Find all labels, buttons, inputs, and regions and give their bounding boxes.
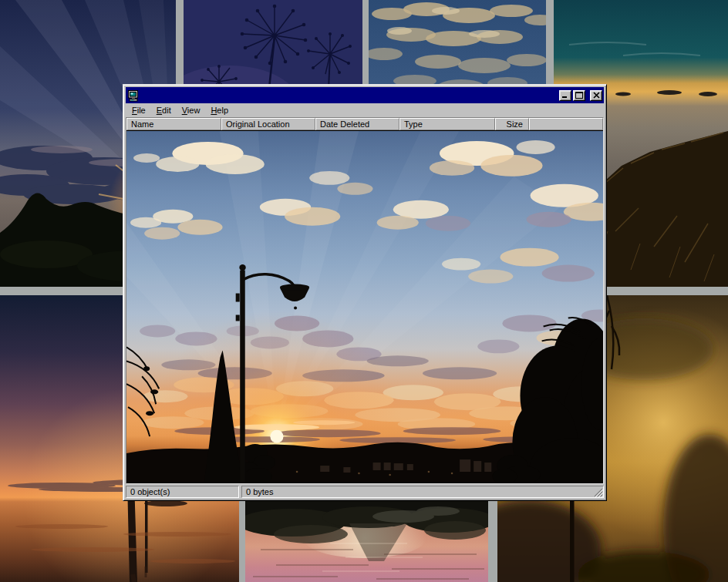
column-header-name[interactable]: Name — [126, 118, 221, 130]
sunset-streetlamp-photo — [126, 130, 603, 483]
maximize-icon — [575, 92, 583, 99]
close-icon — [593, 92, 600, 99]
maximize-button[interactable] — [573, 90, 585, 101]
menu-edit[interactable]: Edit — [151, 104, 177, 117]
column-header-type[interactable]: Type — [399, 118, 495, 130]
menu-help[interactable]: Help — [205, 104, 234, 117]
resize-grip-icon[interactable] — [594, 488, 603, 497]
computer-icon[interactable] — [127, 89, 140, 102]
column-header-original-location[interactable]: Original Location — [221, 118, 315, 130]
close-button[interactable] — [590, 90, 602, 101]
menu-view[interactable]: View — [177, 104, 206, 117]
statusbar: 0 object(s) 0 bytes — [126, 486, 604, 498]
desktop: File Edit View Help Name Original Locati… — [0, 0, 728, 582]
column-header-blank[interactable] — [529, 118, 603, 130]
minimize-icon — [561, 92, 569, 99]
menu-file[interactable]: File — [126, 104, 151, 117]
column-header-date-deleted[interactable]: Date Deleted — [315, 118, 399, 130]
file-list-view[interactable]: Name Original Location Date Deleted Type… — [126, 117, 604, 484]
column-header-size[interactable]: Size — [495, 118, 529, 130]
column-header-row: Name Original Location Date Deleted Type… — [126, 118, 603, 130]
status-object-count: 0 object(s) — [126, 486, 239, 498]
titlebar[interactable] — [126, 87, 604, 103]
menubar: File Edit View Help — [126, 103, 604, 117]
minimize-button[interactable] — [559, 90, 571, 101]
recycle-bin-window: File Edit View Help Name Original Locati… — [123, 84, 607, 501]
status-size: 0 bytes — [241, 486, 604, 498]
